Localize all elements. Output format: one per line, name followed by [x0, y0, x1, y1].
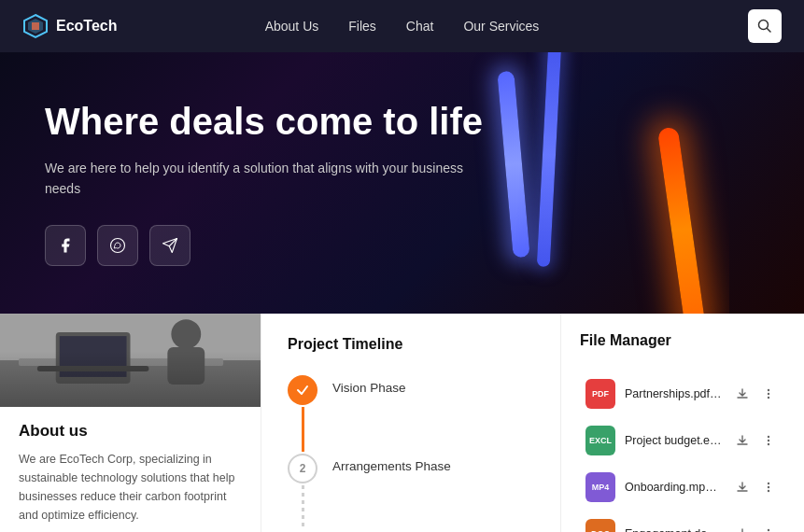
file-icon-excel: EXCL: [585, 426, 615, 455]
file-icon-doc: DOC: [585, 519, 615, 532]
file-info-2: Onboarding.mp4 (19 MB): [625, 481, 722, 494]
more-icon: [762, 434, 775, 447]
nav-item-chat[interactable]: Chat: [406, 18, 434, 35]
navbar: EcoTech About Us Files Chat Our Services: [0, 0, 804, 52]
download-icon: [736, 527, 749, 532]
more-icon: [762, 527, 775, 532]
svg-point-17: [768, 436, 769, 438]
file-section: File Manager PDF Partnerships.pdf (1.3 M…: [561, 314, 804, 532]
more-icon: [762, 481, 775, 494]
hero-title: Where deals come to life: [45, 100, 493, 143]
more-button-2[interactable]: [757, 476, 780, 498]
nav-links: About Us Files Chat Our Services: [265, 18, 540, 35]
timeline-line-1: [302, 407, 304, 452]
whatsapp-icon: [109, 237, 126, 254]
download-button-2[interactable]: [731, 476, 754, 498]
telegram-button[interactable]: [149, 225, 190, 266]
about-section: About us We are EcoTech Corp, specializi…: [0, 314, 261, 532]
timeline-label-1: Vision Phase: [332, 375, 406, 395]
file-manager-heading: File Manager: [580, 332, 785, 349]
file-name-0: Partnerships.pdf (1.3 MB): [625, 387, 722, 400]
timeline-item-1: Vision Phase: [288, 375, 534, 454]
file-actions-1: [731, 429, 780, 452]
logo-text: EcoTech: [56, 18, 118, 35]
download-icon: [736, 387, 749, 400]
logo-icon: [22, 13, 49, 39]
download-icon: [736, 481, 749, 494]
svg-point-22: [768, 490, 769, 492]
file-actions-0: [731, 383, 780, 405]
file-item-0[interactable]: PDF Partnerships.pdf (1.3 MB): [580, 371, 785, 416]
svg-point-19: [768, 443, 769, 445]
svg-point-21: [768, 486, 769, 488]
timeline-heading: Project Timeline: [288, 336, 534, 353]
neon-tube-blue1: [497, 71, 529, 259]
timeline-label-2: Arrangements Phase: [332, 454, 451, 473]
svg-point-20: [768, 483, 769, 484]
telegram-icon: [162, 237, 178, 254]
svg-marker-2: [32, 22, 39, 30]
search-icon: [757, 19, 772, 34]
svg-point-16: [768, 397, 769, 399]
file-icon-mp4: MP4: [585, 472, 615, 502]
svg-point-12: [171, 319, 201, 349]
hero-socials: [45, 225, 493, 266]
neon-tube-orange: [657, 127, 706, 314]
download-button-3[interactable]: [731, 523, 754, 532]
file-list: PDF Partnerships.pdf (1.3 MB) EXCL Proje…: [580, 371, 785, 532]
check-icon: [296, 384, 309, 397]
about-body: We are EcoTech Corp, specializing in sus…: [19, 450, 242, 532]
timeline-connector-1: [288, 375, 317, 454]
file-info-3: Engagement.doc (9 MB): [625, 527, 722, 532]
hero-subtitle: We are here to help you identify a solut…: [45, 158, 493, 200]
svg-point-14: [768, 389, 769, 391]
file-item-1[interactable]: EXCL Project budget.excl (2 MB): [580, 418, 785, 463]
facebook-icon: [57, 237, 74, 254]
neon-tube-blue2: [537, 52, 562, 267]
about-text: About us We are EcoTech Corp, specializi…: [0, 407, 261, 532]
timeline: Vision Phase 2 Arrangements Phase 3 Laun…: [288, 375, 534, 532]
file-info-1: Project budget.excl (2 MB): [625, 434, 722, 447]
hero-section: Where deals come to life We are here to …: [0, 52, 804, 314]
desk-silhouette: [0, 351, 261, 407]
file-item-2[interactable]: MP4 Onboarding.mp4 (19 MB): [580, 465, 785, 510]
facebook-button[interactable]: [45, 225, 86, 266]
svg-point-18: [768, 440, 769, 441]
download-button-0[interactable]: [731, 383, 754, 405]
timeline-line-2: [302, 485, 304, 530]
whatsapp-button[interactable]: [97, 225, 138, 266]
timeline-section: Project Timeline Vision Phase 2: [261, 314, 561, 532]
main-content: About us We are EcoTech Corp, specializi…: [0, 314, 804, 532]
timeline-connector-2: 2: [288, 454, 317, 532]
file-name-2: Onboarding.mp4 (19 MB): [625, 481, 722, 494]
svg-point-23: [768, 529, 769, 531]
nav-item-services[interactable]: Our Services: [463, 18, 539, 35]
more-button-0[interactable]: [757, 383, 780, 405]
timeline-dot-2: 2: [288, 454, 317, 483]
timeline-item-2: 2 Arrangements Phase: [288, 454, 534, 532]
about-image-inner: [0, 314, 261, 407]
logo[interactable]: EcoTech: [22, 13, 118, 39]
file-icon-pdf: PDF: [585, 379, 615, 409]
timeline-dot-1: [288, 375, 317, 405]
hero-content: Where deals come to life We are here to …: [45, 100, 493, 267]
nav-item-files[interactable]: Files: [348, 18, 376, 35]
about-image: [0, 314, 261, 407]
file-item-3[interactable]: DOC Engagement.doc (9 MB): [580, 511, 785, 532]
more-button-1[interactable]: [757, 429, 780, 452]
file-name-1: Project budget.excl (2 MB): [625, 434, 722, 447]
download-icon: [736, 434, 749, 447]
file-info-0: Partnerships.pdf (1.3 MB): [625, 387, 722, 400]
about-heading: About us: [19, 422, 242, 441]
file-name-3: Engagement.doc (9 MB): [625, 527, 722, 532]
svg-line-4: [768, 29, 771, 33]
more-button-3[interactable]: [757, 523, 780, 532]
svg-point-5: [111, 239, 125, 253]
file-actions-3: [731, 523, 780, 532]
file-actions-2: [731, 476, 780, 498]
svg-point-15: [768, 393, 769, 395]
search-button[interactable]: [748, 9, 782, 43]
nav-item-about[interactable]: About Us: [265, 18, 319, 35]
download-button-1[interactable]: [731, 429, 754, 452]
more-icon: [762, 387, 775, 400]
